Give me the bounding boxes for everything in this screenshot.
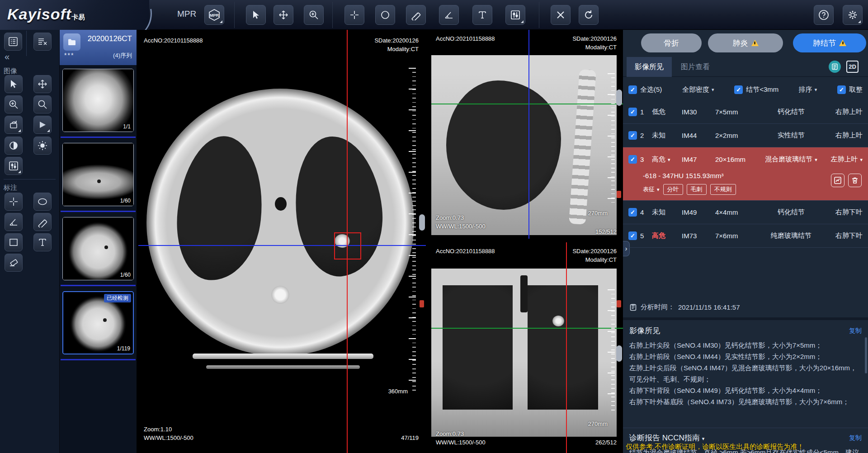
density-filter-dropdown[interactable]: 全部密度	[682, 85, 714, 94]
checkbox-icon[interactable]	[628, 208, 637, 217]
followup-compare-button[interactable]	[831, 174, 844, 187]
checkbox-icon[interactable]	[628, 155, 637, 164]
nodule-number: 5	[640, 232, 652, 240]
rail-pan-button[interactable]	[33, 75, 52, 93]
sort-dropdown[interactable]: 排序	[799, 85, 817, 94]
tab-pneumonia[interactable]: 肺炎	[708, 33, 783, 52]
thumbnail-divider	[61, 137, 136, 138]
findings-title: 影像所见	[629, 326, 660, 336]
coronal-viewport[interactable]: AccNO:202101158888 SDate:20200126 Modali…	[431, 242, 623, 453]
tab-image-view[interactable]: 图片查看	[673, 57, 718, 77]
nodule-row-4[interactable]: 4 未知 IM49 4×4mm 钙化结节 右肺下叶	[623, 201, 868, 224]
pan-tool-button[interactable]	[274, 5, 293, 25]
rail-cine-button[interactable]	[33, 116, 52, 134]
rail-select-button[interactable]	[5, 75, 23, 93]
coronal-horizontal-reference-line[interactable]	[431, 328, 623, 329]
thumbnail-scout[interactable]: 1/1	[62, 69, 134, 132]
checkbox-icon[interactable]	[628, 108, 637, 116]
checkbox-icon[interactable]	[628, 131, 637, 140]
annotate-crosshair-button[interactable]	[5, 193, 23, 211]
reset-view-button[interactable]	[579, 5, 599, 25]
nodule-location-dropdown[interactable]: 左肺上叶	[820, 155, 863, 164]
rail-rotate-button[interactable]	[5, 116, 23, 134]
trait-chip[interactable]: 不规则	[710, 184, 736, 195]
annotate-angle-button[interactable]	[5, 213, 23, 231]
thumbnail-series-3[interactable]: 1/60	[62, 217, 134, 280]
coronal-scrollbar-handle[interactable]	[616, 345, 622, 362]
copy-findings-link[interactable]: 复制	[849, 327, 862, 335]
nodule-row-5[interactable]: 5 高危 IM73 7×6mm 纯磨玻璃结节 右肺下叶	[623, 224, 868, 248]
small-nodule-checkbox[interactable]: 结节<3mm	[734, 85, 778, 94]
select-all-checkbox[interactable]: 全选(5)	[628, 85, 662, 94]
logo-text: Kayisoft	[7, 5, 71, 23]
delete-nodule-button[interactable]	[848, 174, 862, 187]
zoom-tool-button[interactable]	[304, 5, 324, 25]
findings-scrollbar[interactable]	[865, 337, 867, 373]
annotate-text-button[interactable]	[33, 233, 52, 251]
close-layout-button[interactable]	[33, 33, 52, 51]
round-checkbox[interactable]: 取整	[837, 85, 863, 94]
nodule-slice-marker[interactable]	[617, 300, 621, 307]
scale-label: 270mm	[588, 420, 608, 428]
axial-scrollbar-handle[interactable]	[419, 214, 425, 231]
report-icon[interactable]	[829, 61, 841, 73]
select-tool-button[interactable]	[246, 5, 266, 25]
nodule-row-3-selected[interactable]: 3 高危 IM47 20×16mm 混合磨玻璃结节 左肺上叶 -618 - 34…	[623, 147, 868, 201]
nodule-row-2[interactable]: 2 未知 IM44 2×2mm 实性结节 右肺上叶	[623, 124, 868, 147]
rail-window-level-button[interactable]	[5, 157, 23, 175]
sagittal-vertical-reference-line[interactable]	[528, 30, 529, 239]
coronal-vertical-reference-line[interactable]	[566, 242, 567, 453]
nodule-row-1[interactable]: 1 低危 IM30 7×5mm 钙化结节 右肺上叶	[623, 100, 868, 124]
mpr-tool-button[interactable]: MPR	[204, 5, 224, 25]
copy-report-link[interactable]: 复制	[849, 434, 862, 442]
axial-viewport[interactable]: AccNO:202101158888 SDate:20200126 Modali…	[138, 30, 426, 453]
tab-lung-nodule[interactable]: 肺结节	[793, 33, 866, 52]
help-button[interactable]	[814, 5, 834, 25]
traits-dropdown[interactable]: 表征	[643, 185, 660, 193]
2d-view-icon[interactable]: 2D	[846, 61, 859, 73]
caret-down-icon	[815, 157, 817, 162]
checkbox-icon[interactable]	[628, 231, 637, 240]
ruler-tool-button[interactable]	[406, 5, 426, 25]
series-header[interactable]: 20200126CT *** (4)序列	[60, 30, 137, 65]
thumbnail-series-2[interactable]: 1/60	[62, 143, 134, 206]
finding-line: 右肺下叶外基底段（SeNO.4 IM73）见纯磨玻璃结节影，大小为7×6mm；	[629, 396, 862, 407]
nodule-type-dropdown[interactable]: 混合磨玻璃结节	[762, 155, 820, 164]
delete-annotation-button[interactable]	[551, 5, 571, 25]
sagittal-scrollbar-handle[interactable]	[616, 90, 622, 106]
window-level-tool-button[interactable]	[505, 5, 525, 25]
rail-zoom-in-button[interactable]	[5, 95, 23, 113]
sagittal-viewport[interactable]: AccNO:202101158888 SDate:20200126 Modali…	[431, 30, 623, 239]
modality: Modality:CT	[374, 45, 419, 53]
tab-fracture[interactable]: 骨折	[641, 33, 702, 52]
risk-level-dropdown[interactable]: 高危	[652, 155, 682, 164]
trait-chip[interactable]: 毛刺	[687, 184, 707, 195]
nodule-roi-box[interactable]	[334, 232, 361, 260]
finding-line: 右肺上叶尖段（SeNO.4 IM30）见钙化结节影，大小为7×5mm；	[629, 340, 862, 351]
warning-icon	[839, 40, 846, 46]
sagittal-horizontal-reference-line[interactable]	[431, 104, 623, 104]
thumbnail-list-button[interactable]	[4, 33, 22, 51]
annotate-ruler-button[interactable]	[33, 213, 52, 231]
thumbnail-series-4-selected[interactable]: 已经检测 1/119	[62, 291, 134, 354]
rail-magnify-button[interactable]	[33, 95, 52, 113]
report-guideline-dropdown[interactable]: 诊断报告 NCCN指南	[629, 433, 704, 443]
annotate-rectangle-button[interactable]	[5, 233, 23, 251]
cursor-arrow-icon	[251, 10, 261, 20]
nodule-slice-marker[interactable]	[617, 191, 621, 198]
tab-imaging-findings[interactable]: 影像所见	[627, 57, 672, 77]
nodule-slice-marker[interactable]	[420, 300, 424, 307]
axial-horizontal-reference-line[interactable]	[138, 245, 426, 246]
collapse-panel-chevron[interactable]: «	[5, 52, 9, 62]
angle-tool-button[interactable]	[439, 5, 459, 25]
annotate-eraser-button[interactable]	[5, 254, 23, 272]
rail-invert-button[interactable]	[5, 137, 23, 155]
annotate-ellipse-button[interactable]	[33, 193, 52, 211]
axial-thumb-image	[63, 143, 133, 206]
crosshair-tool-button[interactable]	[344, 5, 364, 25]
trait-chip[interactable]: 分叶	[663, 184, 683, 195]
rail-brightness-button[interactable]	[33, 137, 52, 155]
text-tool-button[interactable]	[472, 5, 492, 25]
ellipse-tool-button[interactable]	[375, 5, 395, 25]
settings-button[interactable]	[843, 5, 863, 25]
